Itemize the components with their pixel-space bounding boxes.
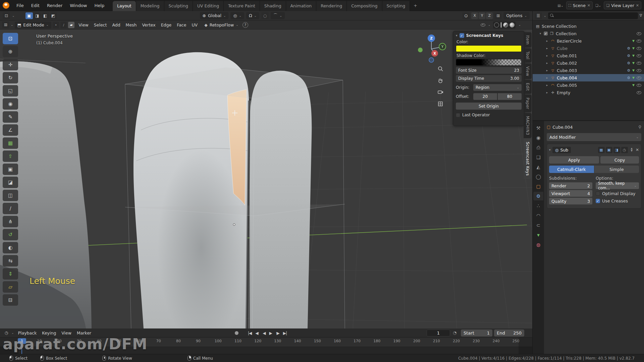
- outliner-search[interactable]: [548, 12, 638, 19]
- scene-selector[interactable]: ⛶ Scene ✕: [566, 1, 593, 9]
- show-gizmo-eye-icon[interactable]: [481, 23, 485, 26]
- expand-icon[interactable]: ▸: [545, 76, 549, 79]
- display-time-slider[interactable]: Display Time 3.00: [456, 75, 522, 82]
- workspace-tab[interactable]: Sculpting: [164, 1, 193, 11]
- quality-field[interactable]: Quality 3: [549, 198, 592, 204]
- sidebar-tab[interactable]: View: [524, 63, 532, 79]
- outliner-object-row[interactable]: ▸ Cube.005 ⚙ ▼: [533, 81, 644, 89]
- add-modifier-dropdown[interactable]: Add Modifier ⌄: [547, 133, 641, 141]
- show-render-icon[interactable]: ◷: [621, 147, 628, 153]
- blender-logo-icon[interactable]: [3, 2, 9, 9]
- select-invert-icon[interactable]: ◩: [50, 12, 57, 19]
- outliner-object-row[interactable]: ▸ Cube ⚙ ▼: [533, 45, 644, 52]
- screencast-enable-checkbox[interactable]: [460, 33, 464, 38]
- pan-hand-icon[interactable]: [436, 76, 445, 85]
- tool-button[interactable]: ↻: [3, 72, 18, 83]
- workspace-tab[interactable]: Shading: [260, 1, 286, 11]
- select-subtract-icon[interactable]: ◧: [42, 12, 49, 19]
- rendered-shading-icon[interactable]: [509, 22, 515, 27]
- optimal-display-checkbox[interactable]: [596, 191, 600, 196]
- expand-icon[interactable]: ▾: [539, 32, 542, 35]
- collection-row[interactable]: ▾ ❒ Collection: [533, 30, 644, 37]
- tool-button[interactable]: ⊕: [3, 46, 18, 57]
- outliner-object-row[interactable]: ▸ BezierCircle ⚙ ▼: [533, 37, 644, 45]
- modifier-name-field[interactable]: ◍ Sub: [552, 147, 571, 153]
- viewport-menu-item[interactable]: Edge: [158, 21, 174, 28]
- properties-tab[interactable]: ◯: [533, 172, 543, 181]
- visibility-eye-icon[interactable]: [637, 91, 641, 94]
- face-select-mode-button[interactable]: ▰: [68, 22, 74, 28]
- topbar-menu-item[interactable]: Window: [66, 2, 91, 9]
- pivot-dropdown[interactable]: ◎⌄: [230, 12, 244, 19]
- transport-button[interactable]: ◀·: [255, 331, 259, 336]
- vertex-select-mode-button[interactable]: •: [53, 22, 59, 28]
- options-dropdown[interactable]: Options ⌄: [503, 12, 530, 19]
- properties-tab[interactable]: ◉: [533, 133, 543, 142]
- panel-collapse-icon[interactable]: ▾: [456, 34, 458, 37]
- help-icon[interactable]: ?: [243, 22, 248, 28]
- outliner-object-row[interactable]: ▸ Cube.001 ⚙ ▼: [533, 52, 644, 59]
- mirror-icon[interactable]: ⛭: [462, 12, 470, 19]
- viewport-subdivisions-field[interactable]: Viewport 4: [549, 190, 592, 197]
- visibility-eye-icon[interactable]: [637, 47, 641, 50]
- add-workspace-button[interactable]: +: [411, 2, 420, 9]
- solid-shading-wrap[interactable]: [500, 22, 502, 28]
- tool-button[interactable]: ◱: [3, 85, 18, 97]
- editor-type-icon[interactable]: ⊞: [2, 21, 9, 28]
- offset-y-field[interactable]: 80: [498, 93, 522, 100]
- workspace-tab[interactable]: Texture Paint: [224, 1, 260, 11]
- uv-smooth-dropdown[interactable]: Smooth, keep com... ⌄: [596, 182, 639, 189]
- outliner-object-row[interactable]: ▸ Cube.003 ⚙ ▼: [533, 67, 644, 74]
- tool-button[interactable]: ◉: [3, 98, 18, 110]
- outliner-search-input[interactable]: [555, 13, 636, 18]
- viewport-menu-item[interactable]: View: [76, 21, 91, 28]
- key-color-swatch[interactable]: [456, 45, 522, 52]
- falloff-dropdown[interactable]: ⌒⌄: [271, 12, 285, 19]
- tool-button[interactable]: ▱: [3, 281, 18, 293]
- sidebar-tab[interactable]: Screencast Keys: [524, 139, 532, 179]
- tool-button[interactable]: ⇕: [3, 268, 18, 280]
- tool-button[interactable]: ⊡: [3, 33, 18, 44]
- viewport-3d[interactable]: ⊡⊕✛↻◱◉✎∠▦⇧▣◪◫∕⋔↺◐⇆⇕▱⊟ User Perspective (…: [0, 29, 532, 328]
- set-origin-button[interactable]: Set Origin: [456, 103, 522, 110]
- mirror-axis-button[interactable]: Z: [486, 12, 493, 19]
- tool-button[interactable]: ▣: [3, 164, 18, 175]
- sidebar-tab[interactable]: Edit: [524, 80, 532, 94]
- outliner-editor-icon[interactable]: ☰: [535, 12, 542, 19]
- outliner-object-row[interactable]: ▸ Cube.002 ⚙ ▼: [533, 59, 644, 67]
- workspace-tab[interactable]: Animation: [286, 1, 317, 11]
- sidebar-tab[interactable]: Item: [524, 32, 532, 48]
- workspace-tab[interactable]: Layout: [113, 1, 136, 11]
- transport-button[interactable]: ·▶: [276, 331, 279, 336]
- tool-button[interactable]: ⇧: [3, 150, 18, 162]
- properties-tab[interactable]: ⎙: [533, 143, 543, 152]
- expand-icon[interactable]: ▸: [545, 91, 549, 94]
- tool-button[interactable]: ◫: [3, 190, 18, 201]
- current-frame-field[interactable]: 1: [427, 329, 450, 337]
- tool-button[interactable]: ◐: [3, 242, 18, 253]
- mirror-axis-button[interactable]: X: [471, 12, 478, 19]
- visibility-eye-icon[interactable]: [637, 54, 641, 57]
- navigation-gizmo[interactable]: Z Y X: [415, 32, 447, 64]
- collection-checkbox[interactable]: [544, 32, 548, 36]
- transform-orientation-dropdown[interactable]: ⊕ Global ⌄: [200, 12, 229, 19]
- view-layer-selector[interactable]: ❏ View Layer ✕: [604, 1, 641, 9]
- transport-button[interactable]: ▶|: [283, 331, 287, 336]
- viewport-menu-item[interactable]: Mesh: [123, 21, 140, 28]
- sidebar-tab[interactable]: Paper: [524, 95, 532, 112]
- transport-button[interactable]: |◀: [248, 331, 252, 336]
- sidebar-tab[interactable]: Tool: [524, 48, 532, 62]
- tool-button[interactable]: ⇆: [3, 255, 18, 266]
- properties-tab[interactable]: ▼: [533, 231, 543, 239]
- viewport-menu-item[interactable]: Select: [91, 21, 110, 28]
- camera-view-icon[interactable]: [436, 88, 445, 97]
- properties-tab[interactable]: ⚙: [533, 192, 543, 200]
- editor-type-chevron-icon[interactable]: ⌄: [11, 23, 13, 26]
- visibility-eye-icon[interactable]: [637, 62, 641, 65]
- zoom-icon[interactable]: [436, 64, 445, 73]
- scene-unlink-icon[interactable]: ✕: [587, 3, 590, 8]
- tool-button[interactable]: ◪: [3, 177, 18, 188]
- workspace-tab[interactable]: Modeling: [136, 1, 164, 11]
- show-on-cage-icon[interactable]: ▦: [598, 147, 605, 153]
- snapping-grid-icon[interactable]: ⊞: [494, 12, 502, 19]
